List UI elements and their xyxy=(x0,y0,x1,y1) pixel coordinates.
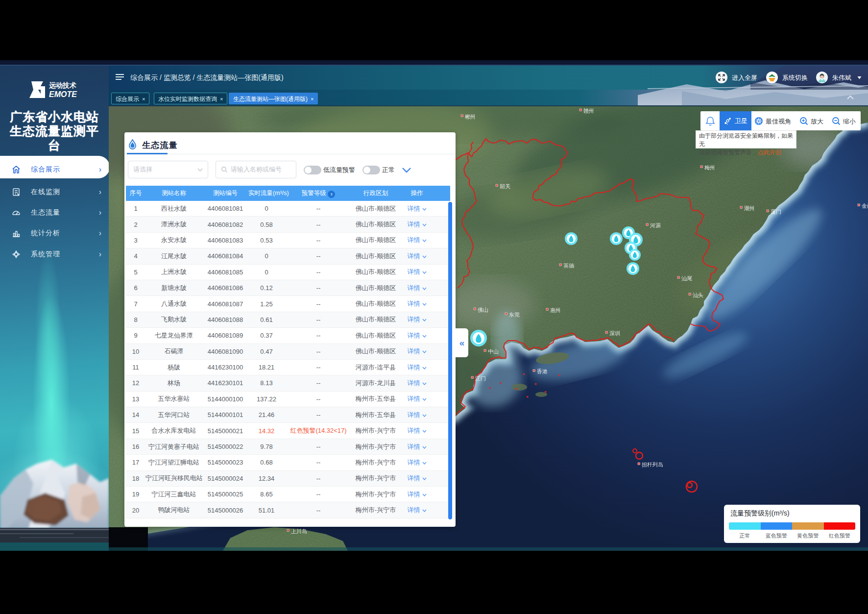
svg-text:佛山: 佛山 xyxy=(478,307,488,313)
svg-text:汕头: 汕头 xyxy=(693,292,703,298)
svg-text:汕尾: 汕尾 xyxy=(681,275,692,281)
svg-text:金门: 金门 xyxy=(862,203,868,209)
svg-text:EMOTE: EMOTE xyxy=(49,90,77,98)
svg-text:东莞: 东莞 xyxy=(509,312,520,318)
svg-text:郴州: 郴州 xyxy=(465,114,476,120)
svg-text:远动技术: 远动技术 xyxy=(49,81,76,89)
svg-text:韶关: 韶关 xyxy=(500,183,510,189)
svg-text:深圳: 深圳 xyxy=(609,330,620,336)
svg-text:香港: 香港 xyxy=(537,368,548,374)
svg-text:英德: 英德 xyxy=(563,263,575,269)
svg-text:中山: 中山 xyxy=(488,348,499,354)
svg-text:担杆列岛: 担杆列岛 xyxy=(642,462,663,467)
svg-text:赣州: 赣州 xyxy=(583,108,594,114)
svg-text:厦门: 厦门 xyxy=(771,209,781,215)
svg-text:江门: 江门 xyxy=(475,375,486,381)
svg-text:河源: 河源 xyxy=(650,222,661,228)
svg-text:梅州: 梅州 xyxy=(704,165,715,171)
svg-text:潮州: 潮州 xyxy=(744,205,755,211)
svg-text:上川岛: 上川岛 xyxy=(291,528,307,534)
svg-text:惠州: 惠州 xyxy=(550,307,561,313)
